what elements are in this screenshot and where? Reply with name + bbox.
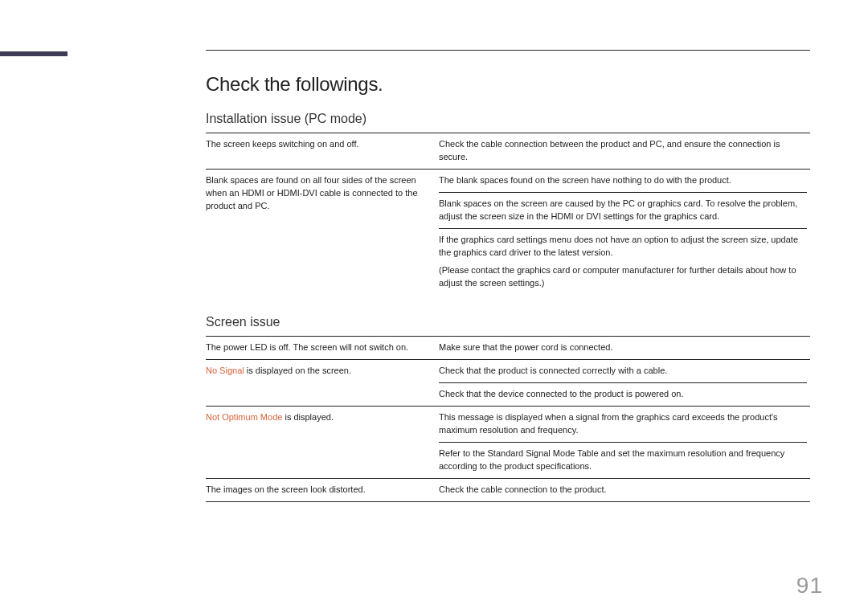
installation-issue-table: The screen keeps switching on and off.Ch… [206,133,810,294]
section-heading-screen: Screen issue [206,315,810,329]
cell-paragraph: If the graphics card settings menu does … [439,228,807,260]
cell-paragraph: Refer to the Standard Signal Mode Table … [439,442,807,473]
problem-cell: Blank spaces are found on all four sides… [206,169,439,294]
cell-paragraph: The power LED is off. The screen will no… [206,341,429,354]
table-body-1: The screen keeps switching on and off.Ch… [206,133,810,295]
cell-paragraph: No Signal is displayed on the screen. [206,365,429,378]
page-content: Check the followings. Installation issue… [206,50,810,502]
section-heading-installation: Installation issue (PC mode) [206,112,810,126]
cell-paragraph: (Please contact the graphics card or com… [439,264,807,290]
cell-paragraph: Check that the product is connected corr… [439,365,807,378]
page-number: 91 [796,573,823,599]
cell-paragraph: Make sure that the power cord is connect… [439,341,807,354]
cell-paragraph: Not Optimum Mode is displayed. [206,411,429,424]
solution-cell: Make sure that the power cord is connect… [439,337,810,360]
text-fragment: is displayed. [282,412,334,422]
table-row: Not Optimum Mode is displayed.This messa… [206,407,810,479]
table-row: The power LED is off. The screen will no… [206,337,810,360]
table-row: No Signal is displayed on the screen.Che… [206,360,810,407]
solution-cell: The blank spaces found on the screen hav… [439,169,810,294]
cell-paragraph: This message is displayed when a signal … [439,411,807,437]
problem-cell: Not Optimum Mode is displayed. [206,407,439,479]
cell-paragraph: Check the cable connection between the p… [439,138,807,164]
solution-cell: Check that the product is connected corr… [439,360,810,407]
highlight-text: No Signal [206,366,244,375]
cell-paragraph: Check that the device connected to the p… [439,382,807,401]
highlight-text: Not Optimum Mode [206,412,282,422]
cell-paragraph: Blank spaces are found on all four sides… [206,174,429,213]
bottom-divider [206,501,810,502]
table-row: The images on the screen look distorted.… [206,479,810,501]
page-title: Check the followings. [206,73,810,96]
text-fragment: is displayed on the screen. [244,366,351,375]
table-row: Blank spaces are found on all four sides… [206,169,810,294]
cell-paragraph: The images on the screen look distorted. [206,484,429,497]
cell-paragraph: The screen keeps switching on and off. [206,138,429,151]
cell-paragraph: Blank spaces on the screen are caused by… [439,192,807,223]
solution-cell: This message is displayed when a signal … [439,407,810,479]
cell-paragraph: The blank spaces found on the screen hav… [439,174,807,187]
screen-issue-table: The power LED is off. The screen will no… [206,336,810,501]
accent-bar [0,51,68,56]
solution-cell: Check the cable connection to the produc… [439,479,810,501]
table-body-2: The power LED is off. The screen will no… [206,337,810,501]
solution-cell: Check the cable connection between the p… [439,133,810,170]
cell-paragraph: Check the cable connection to the produc… [439,484,807,497]
top-divider [206,50,810,51]
table-row: The screen keeps switching on and off.Ch… [206,133,810,170]
problem-cell: The power LED is off. The screen will no… [206,337,439,360]
problem-cell: No Signal is displayed on the screen. [206,360,439,407]
problem-cell: The screen keeps switching on and off. [206,133,439,170]
problem-cell: The images on the screen look distorted. [206,479,439,501]
